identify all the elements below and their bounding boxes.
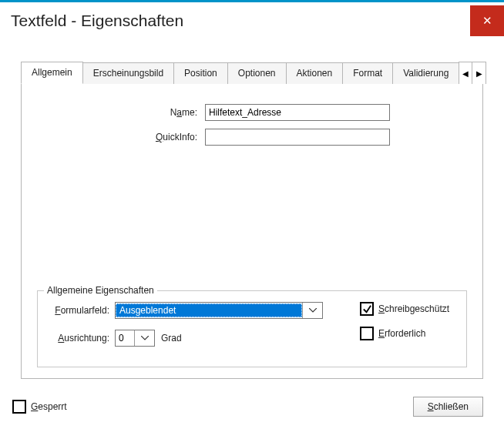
check-icon — [362, 304, 372, 314]
orientation-combo[interactable]: 0 — [115, 330, 155, 347]
tab-nav: ◀ ▶ — [459, 62, 486, 84]
dialog-header: Textfeld - Eigenschaften ✕ — [0, 2, 504, 39]
close-icon: ✕ — [482, 14, 492, 28]
required-checkbox-row: Erforderlich — [360, 327, 449, 340]
readonly-label: Schreibgeschützt — [378, 303, 449, 314]
tab-nav-next[interactable]: ▶ — [472, 62, 486, 84]
orientation-label: Ausrichtung: — [47, 333, 115, 344]
orientation-combo-value: 0 — [116, 332, 134, 344]
group-legend: Allgemeine Eigenschaften — [44, 285, 157, 296]
dialog-footer: Gesperrt Schließen — [12, 397, 483, 417]
tab-validierung[interactable]: Validierung — [392, 62, 459, 84]
tab-aktionen[interactable]: Aktionen — [286, 62, 344, 84]
required-label: Erforderlich — [378, 328, 425, 339]
name-input[interactable] — [205, 104, 390, 121]
triangle-right-icon: ▶ — [476, 69, 482, 78]
tab-optionen[interactable]: Optionen — [227, 62, 287, 84]
tab-panel-allgemein: Name: QuickInfo: Allgemeine Eigenschafte… — [21, 84, 483, 379]
orientation-unit: Grad — [161, 333, 182, 344]
tab-strip: Allgemein Erscheinungsbild Position Opti… — [21, 61, 483, 84]
general-properties-group: Allgemeine Eigenschaften Formularfeld: A… — [37, 290, 467, 367]
locked-label: Gesperrt — [31, 401, 67, 412]
readonly-checkbox-row: Schreibgeschützt — [360, 302, 449, 316]
tab-format[interactable]: Format — [342, 62, 393, 84]
formfield-label: Formularfeld: — [47, 305, 115, 316]
quickinfo-label: QuickInfo: — [37, 132, 205, 142]
chevron-down-icon — [302, 303, 322, 318]
quickinfo-input[interactable] — [205, 129, 390, 146]
tab-position[interactable]: Position — [173, 62, 228, 84]
triangle-left-icon: ◀ — [462, 69, 469, 78]
tab-nav-prev[interactable]: ◀ — [459, 62, 472, 84]
close-window-button[interactable]: ✕ — [470, 5, 504, 36]
locked-checkbox[interactable] — [12, 400, 26, 414]
locked-checkbox-row: Gesperrt — [12, 400, 67, 414]
readonly-checkbox[interactable] — [360, 302, 374, 316]
formfield-combo[interactable]: Ausgeblendet — [115, 302, 323, 319]
close-button[interactable]: Schließen — [413, 397, 483, 417]
tab-erscheinungsbild[interactable]: Erscheinungsbild — [82, 62, 174, 84]
required-checkbox[interactable] — [360, 327, 374, 340]
name-label: Name: — [37, 107, 205, 118]
tab-allgemein[interactable]: Allgemein — [21, 62, 83, 84]
formfield-combo-value: Ausgeblendet — [116, 303, 302, 317]
dialog-title: Textfeld - Eigenschaften — [11, 12, 183, 30]
chevron-down-icon — [134, 330, 154, 346]
